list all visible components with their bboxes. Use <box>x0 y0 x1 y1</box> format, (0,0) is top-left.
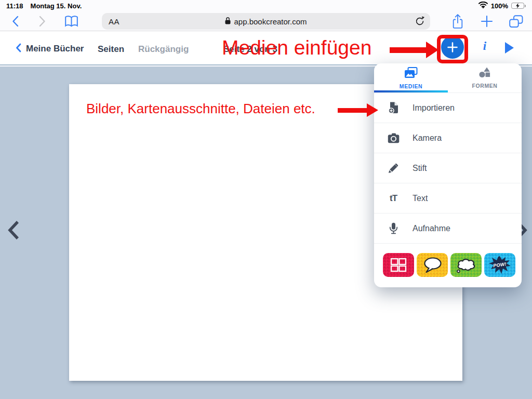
share-icon[interactable] <box>449 11 467 31</box>
menu-item-recording[interactable]: Aufnahme <box>374 214 522 244</box>
text-icon: tT <box>387 193 400 204</box>
annotation-note: Bilder, Kartenausschnitte, Dateien etc. <box>86 101 315 117</box>
play-button[interactable] <box>505 42 514 54</box>
tab-formen-label: FORMEN <box>472 83 497 89</box>
battery-percent: 100% <box>491 2 508 10</box>
microphone-icon <box>387 222 400 234</box>
info-button[interactable]: i <box>479 39 490 53</box>
status-bar: 11:18 Montag 15. Nov. 100% <box>0 0 532 11</box>
url-text: app.bookcreator.com <box>234 17 307 26</box>
browser-back-icon[interactable] <box>6 11 24 31</box>
annotation-arrow-to-import <box>338 103 378 117</box>
pages-button[interactable]: Seiten <box>98 44 124 55</box>
lock-icon <box>225 17 231 26</box>
previous-page-arrow[interactable] <box>7 220 20 242</box>
speech-bubble-icon <box>422 257 443 274</box>
menu-item-text[interactable]: tT Text <box>374 183 522 214</box>
menu-item-import-label: Importieren <box>413 103 455 113</box>
media-popup: MEDIEN FORMEN <box>374 63 522 287</box>
annotation-highlight-rect <box>437 35 468 63</box>
browser-toolbar: AA app.bookcreator.com <box>0 11 532 31</box>
screen: 11:18 Montag 15. Nov. 100% <box>0 0 532 399</box>
menu-item-pen[interactable]: Stift <box>374 153 522 183</box>
menu-item-import[interactable]: Importieren <box>374 93 522 123</box>
thought-bubble-button[interactable] <box>450 253 482 277</box>
pow-burst-button[interactable]: POW! <box>484 253 515 277</box>
tab-medien[interactable]: MEDIEN <box>374 63 448 92</box>
my-books-button[interactable]: Meine Bücher <box>16 43 84 55</box>
undo-button[interactable]: Rückgängig <box>138 44 189 55</box>
reload-icon[interactable] <box>415 16 425 29</box>
menu-item-pen-label: Stift <box>413 164 427 173</box>
new-tab-icon[interactable] <box>478 11 496 31</box>
comic-panels-icon <box>390 258 407 272</box>
address-bar[interactable]: AA app.bookcreator.com <box>102 13 430 30</box>
camera-icon <box>387 133 400 143</box>
menu-item-recording-label: Aufnahme <box>413 224 450 233</box>
comic-stickers-row: POW! <box>374 244 522 277</box>
comic-panels-button[interactable] <box>383 253 414 277</box>
import-file-icon <box>387 102 400 114</box>
back-chevron-icon <box>16 43 21 55</box>
media-tab-icon <box>404 67 418 81</box>
tab-medien-label: MEDIEN <box>400 83 422 89</box>
status-date: Montag 15. Nov. <box>31 2 82 10</box>
tabs-overview-icon[interactable] <box>507 11 525 31</box>
browser-forward-icon[interactable] <box>33 11 51 31</box>
my-books-label: Meine Bücher <box>26 44 84 54</box>
wifi-icon <box>478 2 488 10</box>
status-time: 11:18 <box>6 2 23 10</box>
popup-tabs: MEDIEN FORMEN <box>374 63 522 93</box>
speech-bubble-button[interactable] <box>417 253 448 277</box>
tab-formen[interactable]: FORMEN <box>448 63 522 92</box>
menu-item-camera[interactable]: Kamera <box>374 123 522 153</box>
reader-view-button[interactable]: AA <box>109 17 119 26</box>
battery-icon <box>511 3 526 9</box>
charging-bolt-icon <box>515 3 520 8</box>
active-tab-underline <box>374 90 448 92</box>
bookmarks-icon[interactable] <box>62 11 80 31</box>
menu-item-text-label: Text <box>413 194 428 203</box>
annotation-arrow-to-plus <box>390 42 438 58</box>
menu-item-camera-label: Kamera <box>413 134 442 143</box>
annotation-heading: Medien einfügen <box>222 36 371 59</box>
thought-bubble-icon <box>455 257 477 274</box>
pen-icon <box>387 163 400 174</box>
shapes-tab-icon <box>479 67 491 80</box>
